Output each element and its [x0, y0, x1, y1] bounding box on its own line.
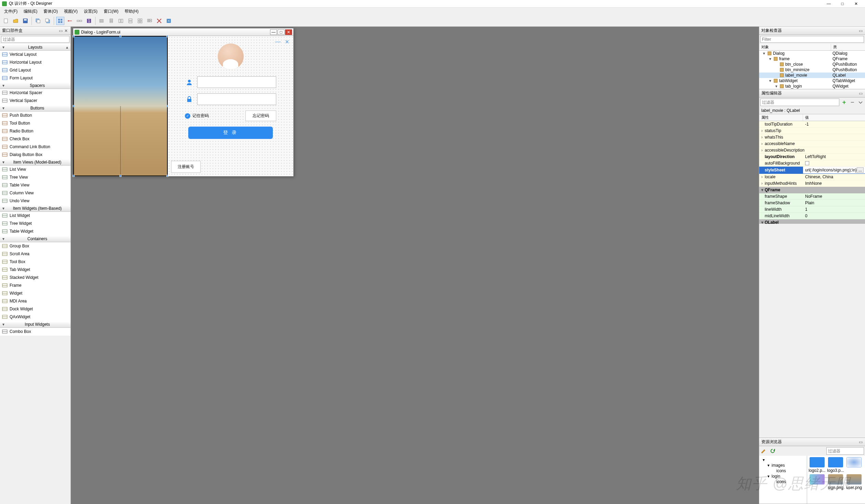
widget-undo-view[interactable]: Undo View: [0, 197, 70, 205]
remember-checkbox[interactable]: ✓: [185, 113, 190, 119]
prop-row-accessibleDescription[interactable]: ›accessibleDescription: [759, 147, 865, 154]
widget-vertical-layout[interactable]: Vertical Layout: [0, 51, 70, 59]
menu-e[interactable]: 编辑(E): [21, 8, 40, 15]
prop-row-locale[interactable]: ›localeChinese, China: [759, 174, 865, 180]
category-spacers[interactable]: ▾Spacers: [0, 82, 70, 89]
layout-horiz-button[interactable]: [97, 17, 106, 25]
prop-row-statusTip[interactable]: ›statusTip: [759, 128, 865, 134]
class-col-header[interactable]: 类: [831, 44, 865, 50]
resource-thumb[interactable]: user.png: [845, 474, 863, 490]
label-movie[interactable]: [73, 36, 168, 176]
widget-frame[interactable]: Frame: [0, 282, 70, 290]
new-form-button[interactable]: [2, 17, 10, 25]
object-row-tabWidget[interactable]: ▾tabWidgetQTabWidget: [759, 78, 865, 83]
resource-node-icons[interactable]: icons: [759, 479, 807, 484]
reload-resources-button[interactable]: [769, 447, 776, 454]
form-close-button[interactable]: ✕: [285, 30, 292, 35]
resource-thumb[interactable]: [808, 474, 826, 490]
widget-form-layout[interactable]: Form Layout: [0, 74, 70, 82]
widget-tree-view[interactable]: Tree View: [0, 174, 70, 181]
object-row-frame[interactable]: ▾frameQFrame: [759, 56, 865, 62]
widget-radio-button[interactable]: Radio Button: [0, 127, 70, 135]
add-property-button[interactable]: +: [841, 99, 847, 106]
resource-browser-float[interactable]: ▭: [858, 440, 863, 444]
property-menu-button[interactable]: [857, 99, 864, 106]
prop-row-toolTipDuration[interactable]: toolTipDuration-1: [759, 121, 865, 128]
value-col-header[interactable]: 值: [803, 114, 865, 121]
widget-dialog-button-box[interactable]: Dialog Button Box: [0, 151, 70, 159]
widget-command-link-button[interactable]: Command Link Button: [0, 143, 70, 151]
widget-group-box[interactable]: Group Box: [0, 242, 70, 250]
prop-col-header[interactable]: 属性: [759, 114, 803, 121]
layout-form-button[interactable]: [146, 17, 154, 25]
widget-tab-widget[interactable]: Tab Widget: [0, 266, 70, 274]
menu-w[interactable]: 窗口(W): [101, 8, 121, 15]
menu-h[interactable]: 帮助(H): [122, 8, 141, 15]
widget-dock-widget[interactable]: Dock Widget: [0, 305, 70, 313]
break-layout-button[interactable]: [155, 17, 163, 25]
resource-filter[interactable]: [826, 447, 864, 455]
edit-widgets-button[interactable]: [56, 17, 64, 25]
prop-row-inputMethodHints[interactable]: ›inputMethodHintsImhNone: [759, 180, 865, 187]
edit-taborder-button[interactable]: 1: [85, 17, 93, 25]
window-close-button[interactable]: ✕: [849, 0, 863, 8]
password-input[interactable]: [197, 93, 276, 105]
register-button[interactable]: 注册账号: [171, 161, 200, 173]
prop-row-layoutDirection[interactable]: layoutDirectionLeftToRight: [759, 154, 865, 160]
forgot-password-button[interactable]: 忘记密码: [245, 110, 276, 121]
layout-vsplit-button[interactable]: [126, 17, 135, 25]
prop-row-midLineWidth[interactable]: midLineWidth0: [759, 213, 865, 219]
category-item-views-model-based-[interactable]: ▾Item Views (Model-Based): [0, 159, 70, 166]
category-containers[interactable]: ▾Containers: [0, 235, 70, 242]
prop-row-styleSheet[interactable]: styleSheeturl(:/login/icons/sign.png);\n…: [759, 167, 865, 174]
object-row-label_movie[interactable]: label_movieQLabel: [759, 72, 865, 78]
widget-box-filter[interactable]: [1, 36, 69, 43]
save-form-button[interactable]: [21, 17, 30, 25]
bring-front-button[interactable]: [44, 17, 52, 25]
edit-resources-button[interactable]: [760, 447, 767, 454]
category-item-widgets-item-based-[interactable]: ▾Item Widgets (Item-Based): [0, 205, 70, 212]
resource-thumb[interactable]: logo3.p...: [827, 457, 844, 473]
widget-tool-box[interactable]: Tool Box: [0, 258, 70, 266]
category-layouts[interactable]: ▾Layouts▴: [0, 44, 70, 51]
form-window[interactable]: Dialog - LoginForm.ui — □ ✕: [73, 28, 294, 177]
btn-minimize[interactable]: —: [275, 39, 281, 45]
open-form-button[interactable]: [12, 17, 20, 25]
resource-thumb[interactable]: sign.png: [827, 474, 844, 490]
remove-property-button[interactable]: −: [849, 99, 856, 106]
btn-close[interactable]: ✕: [284, 39, 290, 45]
prop-row-frameShadow[interactable]: frameShadowPlain: [759, 200, 865, 206]
design-canvas[interactable]: Dialog - LoginForm.ui — □ ✕: [71, 27, 759, 504]
window-minimize-button[interactable]: —: [822, 0, 835, 8]
send-back-button[interactable]: [34, 17, 42, 25]
widget-scroll-area[interactable]: Scroll Area: [0, 250, 70, 258]
object-row-btn_close[interactable]: btn_closeQPushButton: [759, 62, 865, 67]
widget-list-widget[interactable]: List Widget: [0, 212, 70, 220]
widget-table-view[interactable]: Table View: [0, 181, 70, 189]
form-minimize-button[interactable]: —: [270, 30, 277, 35]
prop-row-QLabel[interactable]: ▾QLabel: [759, 219, 865, 224]
layout-grid-button[interactable]: [136, 17, 144, 25]
widget-widget[interactable]: Widget: [0, 290, 70, 297]
widget-qaxwidget[interactable]: QAxWidget: [0, 313, 70, 321]
layout-hsplit-button[interactable]: [117, 17, 125, 25]
edit-buddies-button[interactable]: [75, 17, 83, 25]
widget-check-box[interactable]: Check Box: [0, 135, 70, 143]
widget-table-widget[interactable]: Table Widget: [0, 227, 70, 235]
prop-row-autoFillBackground[interactable]: autoFillBackground: [759, 160, 865, 167]
prop-row-QFrame[interactable]: ▾QFrame: [759, 187, 865, 193]
prop-row-whatsThis[interactable]: ›whatsThis: [759, 134, 865, 141]
widget-grid-layout[interactable]: Grid Layout: [0, 66, 70, 74]
category-buttons[interactable]: ▾Buttons: [0, 105, 70, 112]
object-row-tab_login[interactable]: ▾tab_loginQWidget: [759, 83, 865, 89]
property-editor-float[interactable]: ▭: [858, 91, 863, 96]
resource-node-resourceroot[interactable]: ▾: [759, 457, 807, 462]
object-inspector-filter[interactable]: [760, 36, 864, 43]
menu-v[interactable]: 视图(V): [61, 8, 80, 15]
widget-vertical-spacer[interactable]: Vertical Spacer: [0, 97, 70, 105]
widget-list-view[interactable]: List View: [0, 166, 70, 174]
prop-row-lineWidth[interactable]: lineWidth1: [759, 206, 865, 213]
resource-thumb[interactable]: logo2.p...: [808, 457, 826, 473]
menu-f[interactable]: 文件(F): [1, 8, 20, 15]
widget-stacked-widget[interactable]: Stacked Widget: [0, 274, 70, 282]
